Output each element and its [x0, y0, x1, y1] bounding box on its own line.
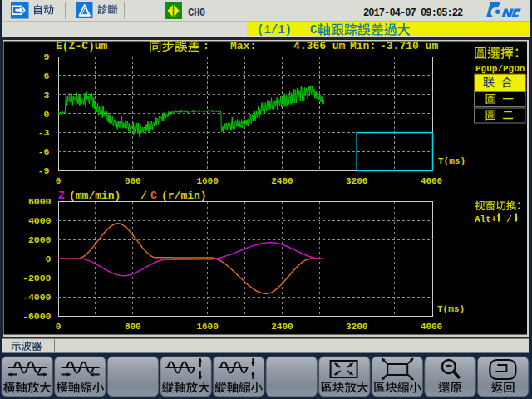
svg-text:0: 0: [56, 322, 62, 332]
svg-text:PgUp/PgDn: PgUp/PgDn: [475, 64, 525, 74]
svg-text:1600: 1600: [196, 176, 218, 186]
svg-text:800: 800: [125, 322, 141, 332]
svg-text:C: C: [150, 190, 157, 202]
svg-text:T(ms): T(ms): [437, 304, 465, 314]
svg-text:800: 800: [125, 176, 141, 186]
svg-text:T(ms): T(ms): [438, 156, 466, 166]
svg-text:2000: 2000: [28, 234, 52, 245]
svg-text:9: 9: [44, 52, 50, 62]
svg-text:/: /: [506, 214, 512, 224]
svg-text:-6000: -6000: [22, 311, 52, 322]
svg-text:-3.710 um: -3.710 um: [380, 40, 438, 52]
svg-text:-3: -3: [38, 127, 50, 138]
svg-text:(mm/min): (mm/min): [69, 190, 121, 202]
svg-text:-6: -6: [38, 146, 50, 157]
svg-text:-4000: -4000: [22, 292, 52, 303]
svg-text:3200: 3200: [346, 176, 367, 186]
svg-text:2400: 2400: [271, 322, 293, 332]
svg-text:CH0: CH0: [188, 7, 205, 19]
svg-text:4000: 4000: [421, 322, 442, 332]
svg-text:Z: Z: [58, 190, 65, 202]
svg-text:Alt+: Alt+: [475, 214, 497, 224]
svg-text:0: 0: [44, 109, 50, 120]
svg-text:1600: 1600: [196, 322, 218, 332]
svg-text:E(Z-C)um: E(Z-C)um: [56, 40, 108, 52]
svg-text:2400: 2400: [271, 176, 293, 186]
svg-text:(r/min): (r/min): [161, 190, 207, 202]
svg-text:3: 3: [44, 90, 50, 101]
svg-text:4.366 um: 4.366 um: [293, 40, 346, 52]
svg-text:6: 6: [44, 71, 50, 81]
svg-text:(1/1): (1/1): [257, 23, 292, 37]
svg-text:2017-04-07 09:05:22: 2017-04-07 09:05:22: [363, 7, 463, 19]
svg-text:Min:: Min:: [350, 40, 376, 52]
svg-text:/: /: [140, 190, 147, 202]
svg-text::: :: [203, 40, 209, 52]
svg-text:4000: 4000: [421, 176, 442, 186]
svg-text:6000: 6000: [28, 196, 52, 207]
svg-text:3200: 3200: [346, 322, 367, 332]
svg-text:-9: -9: [38, 165, 50, 176]
svg-text:0: 0: [46, 254, 52, 264]
svg-text:0: 0: [56, 176, 62, 186]
svg-text:Max:: Max:: [230, 40, 256, 52]
svg-text:4000: 4000: [28, 215, 52, 226]
svg-text:C: C: [310, 23, 318, 37]
svg-text:-2000: -2000: [22, 273, 52, 283]
